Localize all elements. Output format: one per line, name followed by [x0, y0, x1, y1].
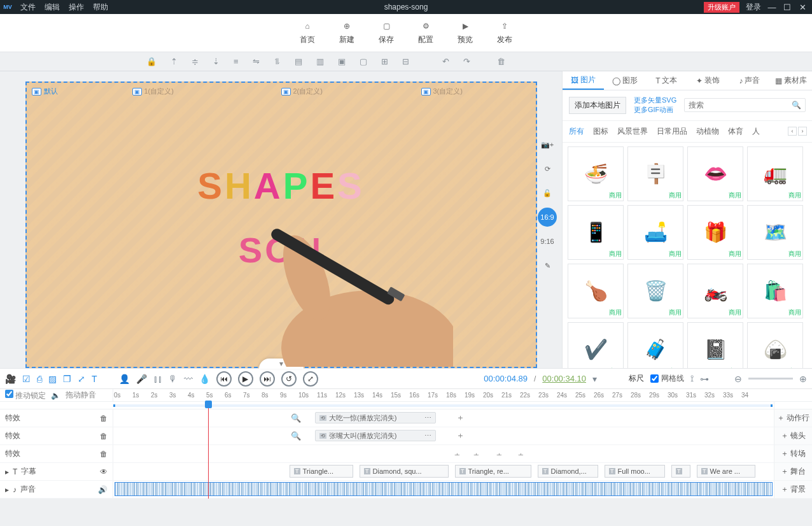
tab-image[interactable]: 🖼图片	[563, 71, 604, 90]
lock-open-button[interactable]: 🔓	[538, 183, 557, 203]
timeline-ruler[interactable]: 0s1s2s3s4s5s6s7s8s9s10s11s12s13s14s15s16…	[113, 389, 812, 401]
fullscreen-button[interactable]: ⤢	[303, 371, 318, 387]
camera-label[interactable]: ▣3(自定义)	[421, 87, 463, 96]
subtitle-clip[interactable]: T	[671, 465, 690, 478]
playhead[interactable]	[208, 402, 209, 499]
asset-cell[interactable]: 🚛商用	[747, 146, 803, 201]
asset-cell[interactable]: 🗑️商用	[627, 264, 683, 318]
lock-icon[interactable]: 🔒	[146, 57, 157, 66]
filter-next-icon[interactable]: ›	[798, 127, 807, 136]
ungroup-icon[interactable]: ⊟	[402, 57, 409, 66]
track-delete-icon[interactable]: 🗑	[100, 450, 108, 458]
fx-search-icon[interactable]: 🔍	[290, 430, 302, 441]
snap-icon[interactable]: ⟟	[690, 373, 694, 384]
layer-up-icon[interactable]: ▣	[338, 57, 346, 66]
tab-decor[interactable]: ✦装饰	[687, 71, 729, 90]
filter-5[interactable]: 体育	[728, 126, 743, 137]
upgrade-button[interactable]: 升级账户	[704, 2, 739, 13]
filter-0[interactable]: 所有	[569, 126, 584, 137]
undo-icon[interactable]: ↶	[442, 57, 449, 66]
t-wave-icon[interactable]: 〰	[184, 374, 193, 384]
ratio-16-9-button[interactable]: 16:9	[538, 208, 557, 227]
tab-text[interactable]: T文本	[646, 71, 687, 90]
subtitle-clip[interactable]: TFull moo...	[605, 465, 665, 478]
menu-help[interactable]: 帮助	[93, 2, 108, 13]
subtitle-clip[interactable]: TWe are ...	[697, 465, 755, 478]
filter-prev-icon[interactable]: ‹	[788, 127, 797, 136]
home-button[interactable]: ⌂首页	[300, 20, 315, 45]
magnet-icon[interactable]: ⊶	[700, 374, 709, 384]
time-total[interactable]: 00:00:34.10	[542, 374, 586, 383]
t-zoomfit-icon[interactable]: ⤢	[78, 374, 85, 384]
expand-icon[interactable]: ▸	[5, 485, 9, 494]
zoom-in-icon[interactable]: ⊕	[799, 374, 807, 384]
add-fx-icon[interactable]: ＋	[454, 412, 466, 423]
settings-button[interactable]: ⚙配置	[418, 20, 433, 45]
asset-cell[interactable]: 👄商用	[687, 146, 743, 201]
zoom-out-icon[interactable]: ⊖	[734, 374, 742, 384]
minimize-icon[interactable]: —	[767, 3, 776, 12]
flip-h-icon[interactable]: ⇋	[253, 57, 260, 66]
asset-cell[interactable]: 📓商用	[687, 322, 743, 368]
canvas[interactable]: ▣默认▣1(自定义)▣2(自定义)▣3(自定义) SHAPES SON	[25, 82, 537, 368]
delete-icon[interactable]: 🗑	[497, 57, 505, 66]
save-button[interactable]: ▢保存	[379, 20, 394, 45]
t-cut-icon[interactable]: ⎙	[37, 374, 42, 384]
login-button[interactable]: 登录	[746, 2, 761, 13]
time-dropdown-icon[interactable]: ▾	[592, 374, 597, 384]
t-user-icon[interactable]: 👤	[119, 374, 130, 384]
add-local-image-button[interactable]: 添加本地图片	[569, 97, 626, 114]
filter-4[interactable]: 动植物	[696, 126, 719, 137]
play-button[interactable]: ▶	[238, 371, 253, 387]
layer-down-icon[interactable]: ▢	[360, 57, 367, 66]
t-mic-icon[interactable]: 🎙	[169, 374, 178, 384]
visibility-icon[interactable]: 👁	[100, 467, 108, 476]
marker-icon[interactable]: ⫠	[451, 448, 463, 459]
add-track-button[interactable]: ＋镜头	[774, 427, 812, 445]
push-lock-checkbox[interactable]: 推动锁定	[5, 390, 46, 401]
tab-library[interactable]: ▦素材库	[771, 71, 812, 90]
expand-icon[interactable]: ▸	[5, 467, 9, 476]
audio-waveform[interactable]	[115, 482, 773, 496]
asset-cell[interactable]: 🍙商用	[747, 322, 803, 368]
add-track-button[interactable]: ＋背景	[774, 481, 812, 499]
asset-cell[interactable]: 🪧商用	[627, 146, 683, 201]
t-dup-icon[interactable]: ❐	[63, 374, 71, 384]
t-marker-icon[interactable]: ☑	[22, 374, 31, 384]
loop-button[interactable]: ↺	[281, 371, 297, 387]
align-vcenter-icon[interactable]: ≑	[192, 57, 199, 66]
next-button[interactable]: ⏭	[260, 371, 275, 387]
redo-icon[interactable]: ↷	[463, 57, 470, 66]
asset-cell[interactable]: 🍗商用	[568, 264, 624, 318]
track-delete-icon[interactable]: 🗑	[100, 432, 108, 441]
group-icon[interactable]: ⊞	[381, 57, 388, 66]
edit-button[interactable]: ✎	[538, 256, 557, 275]
asset-cell[interactable]: 🧳商用	[627, 322, 683, 368]
zoom-slider[interactable]	[748, 378, 793, 380]
t-text-icon[interactable]: T	[92, 374, 97, 384]
asset-cell[interactable]: 🏍️商用	[687, 264, 743, 318]
fx-search-icon[interactable]: 🔍	[290, 412, 302, 423]
t-split-icon[interactable]: ▨	[48, 374, 57, 384]
more-svg-link[interactable]: 更多矢量SVG	[634, 96, 676, 105]
asset-cell[interactable]: 🍜商用	[568, 146, 624, 201]
marker-icon[interactable]: ⫠	[514, 448, 527, 459]
maximize-icon[interactable]: ☐	[783, 3, 792, 12]
subtitle-clip[interactable]: TDiamond,...	[538, 465, 598, 478]
volume-icon[interactable]: 🔊	[98, 485, 108, 494]
asset-cell[interactable]: 🛍️商用	[747, 264, 803, 318]
add-fx-icon[interactable]: ＋	[454, 430, 466, 441]
gridlines-checkbox[interactable]: 网格线	[650, 373, 684, 384]
asset-cell[interactable]: 🛋️商用	[627, 205, 683, 260]
align-bottom-icon[interactable]: ⇣	[213, 57, 220, 66]
asset-cell[interactable]: 🎁商用	[687, 205, 743, 260]
search-input[interactable]	[689, 101, 792, 110]
asset-cell[interactable]: ✔️商用	[568, 322, 624, 368]
camera-label[interactable]: ▣默认	[32, 87, 58, 96]
mute-icon[interactable]: 🔈	[51, 391, 60, 400]
ratio-9-16-button[interactable]: 9:16	[538, 232, 557, 251]
filter-2[interactable]: 风景世界	[617, 126, 648, 137]
search-icon[interactable]: 🔍	[792, 101, 801, 110]
camera-label[interactable]: ▣1(自定义)	[132, 87, 174, 96]
add-track-button[interactable]: ＋动作行	[774, 409, 812, 427]
